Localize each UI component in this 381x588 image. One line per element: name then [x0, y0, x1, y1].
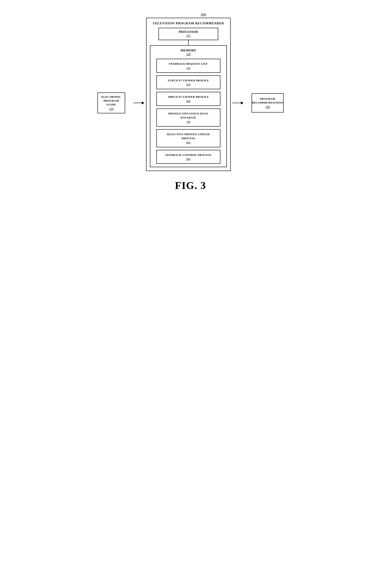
feedback-request-label: FEEDBACK REQUEST LIST [160, 62, 216, 66]
rec-arrow-head [241, 101, 243, 105]
implicit-profile-ref: 600 [186, 100, 190, 103]
ref-300-area: 300 [188, 13, 193, 17]
rec-arrow [232, 101, 243, 105]
implicit-profile-label: IMPLICIT VIEWER PROFILE [160, 95, 216, 99]
feedback-request-ref: 350 [186, 66, 190, 70]
recommendations-ref: 330 [265, 105, 270, 109]
selective-profile-ref: 800 [186, 141, 190, 144]
explicit-profile-ref: 500 [186, 83, 190, 86]
memory-ref: 320 [186, 53, 191, 56]
memory-outer-box: MEMORY 320 FEEDBACK REQUEST LIST 350 EXP… [150, 45, 227, 167]
selective-profile-label: SELECTIVE PROFILE UPDATE PROCESS [160, 132, 216, 141]
epg-arrow [133, 101, 144, 105]
recommendations-side: PROGRAM RECOMMENDATIONS 330 [252, 93, 284, 112]
explicit-profile-label: EXPLICIT VIEWER PROFILE [160, 78, 216, 83]
memory-title: MEMORY [180, 49, 196, 52]
profile-influence-label: PROFILE INFLUENCE RULE DATABASE [160, 111, 216, 120]
epg-ref: 310 [109, 107, 114, 111]
arrow-line [133, 103, 142, 103]
page-container: 300 ELECTRONIC PROGRAM GUIDE 310 TELEVIS… [95, 4, 286, 298]
inner-box-selective-profile: SELECTIVE PROFILE UPDATE PROCESS 800 [156, 129, 220, 147]
ref-300-label: 300 [201, 13, 206, 17]
profile-influence-ref: 700 [186, 120, 190, 124]
v-connector [188, 40, 189, 45]
feedback-control-ref: 900 [186, 157, 190, 161]
inner-box-explicit-profile: EXPLICIT VIEWER PROFILE 500 [156, 75, 220, 89]
diagram-area: ELECTRONIC PROGRAM GUIDE 310 TELEVISION … [100, 18, 281, 171]
arrow-head [142, 101, 144, 105]
figure-label: FIG. 3 [175, 180, 206, 191]
inner-box-implicit-profile: IMPLICIT VIEWER PROFILE 600 [156, 92, 220, 106]
epg-box: ELECTRONIC PROGRAM GUIDE 310 [97, 92, 125, 114]
inner-box-feedback-request: FEEDBACK REQUEST LIST 350 [156, 59, 220, 73]
recommender-outer-box: TELEVISION PROGRAM RECOMMENDER PROCESSOR… [146, 18, 231, 171]
epg-label: ELECTRONIC PROGRAM GUIDE [100, 95, 123, 107]
processor-label: PROCESSOR [163, 30, 213, 34]
recommender-title: TELEVISION PROGRAM RECOMMENDER [153, 21, 224, 25]
epg-side: ELECTRONIC PROGRAM GUIDE 310 [97, 92, 125, 114]
inner-box-profile-influence: PROFILE INFLUENCE RULE DATABASE 700 [156, 108, 220, 126]
processor-box: PROCESSOR 315 [158, 28, 218, 40]
rec-arrow-line [232, 103, 241, 103]
feedback-control-label: FEEDBACK CONTROL PROCESS [160, 153, 216, 157]
processor-ref: 315 [163, 34, 213, 38]
inner-box-feedback-control: FEEDBACK CONTROL PROCESS 900 [156, 150, 220, 164]
recommendations-box: PROGRAM RECOMMENDATIONS 330 [252, 93, 284, 112]
recommendations-label: PROGRAM RECOMMENDATIONS [252, 97, 283, 105]
